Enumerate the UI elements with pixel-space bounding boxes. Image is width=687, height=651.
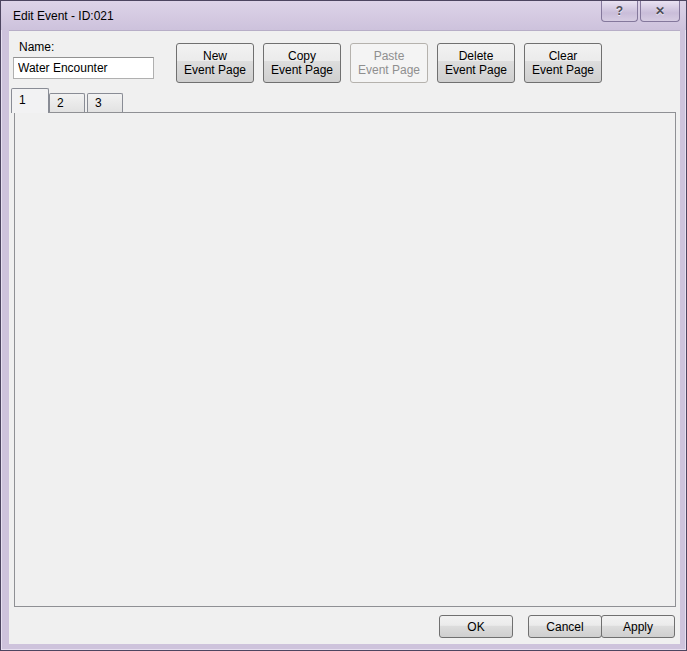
name-label: Name: xyxy=(19,40,54,54)
button-label: Event Page xyxy=(271,63,333,77)
titlebar: Edit Event - ID:021 ? ✕ xyxy=(1,1,686,30)
button-label: Event Page xyxy=(358,63,420,77)
close-button[interactable]: ✕ xyxy=(640,1,680,22)
button-label: Event Page xyxy=(532,63,594,77)
delete-event-page-button[interactable]: Delete Event Page xyxy=(437,43,515,83)
dialog-body: Name: New Event Page Copy Event Page Pas… xyxy=(9,30,680,644)
edit-event-dialog: Edit Event - ID:021 ? ✕ Name: New Event … xyxy=(0,0,687,651)
button-label: Copy xyxy=(288,49,316,63)
help-icon: ? xyxy=(616,4,623,18)
tab-page-3[interactable]: 3 xyxy=(87,93,123,112)
button-label: Cancel xyxy=(546,620,583,634)
button-label: Paste xyxy=(374,49,405,63)
tab-page-content xyxy=(14,112,676,607)
button-label: Event Page xyxy=(445,63,507,77)
help-button[interactable]: ? xyxy=(601,1,638,22)
window-title: Edit Event - ID:021 xyxy=(13,9,114,23)
tab-page-2[interactable]: 2 xyxy=(49,93,85,112)
name-input[interactable] xyxy=(13,57,154,79)
button-label: OK xyxy=(467,620,484,634)
button-label: New xyxy=(203,49,227,63)
cancel-button[interactable]: Cancel xyxy=(528,615,602,638)
new-event-page-button[interactable]: New Event Page xyxy=(176,43,254,83)
button-label: Apply xyxy=(623,620,653,634)
button-label: Event Page xyxy=(184,63,246,77)
copy-event-page-button[interactable]: Copy Event Page xyxy=(263,43,341,83)
paste-event-page-button: Paste Event Page xyxy=(350,43,428,83)
close-icon: ✕ xyxy=(655,4,665,18)
apply-button[interactable]: Apply xyxy=(601,615,675,638)
ok-button[interactable]: OK xyxy=(439,615,513,638)
clear-event-page-button[interactable]: Clear Event Page xyxy=(524,43,602,83)
button-label: Clear xyxy=(549,49,578,63)
button-label: Delete xyxy=(459,49,494,63)
tab-page-1[interactable]: 1 xyxy=(11,88,49,113)
